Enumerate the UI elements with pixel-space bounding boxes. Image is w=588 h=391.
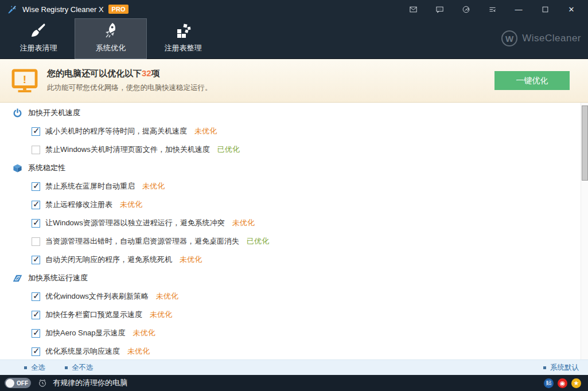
item-label: 自动关闭无响应的程序，避免系统死机 [45, 255, 172, 265]
item-status: 未优化 [180, 255, 202, 265]
optimization-list: 加快开关机速度减小关机时的程序等待时间，提高关机速度未优化禁止Windows关机… [0, 103, 588, 359]
section-header: 加快系统运行速度 [0, 269, 588, 287]
select-all-link[interactable]: 全选 [24, 363, 45, 373]
item-status: 未优化 [142, 181, 165, 191]
toggle-knob [6, 379, 14, 388]
item-status: 未优化 [120, 200, 142, 210]
item-checkbox[interactable] [32, 201, 40, 209]
item-checkbox[interactable] [32, 127, 40, 136]
item-checkbox[interactable] [32, 219, 40, 228]
banner-title-prefix: 您的电脑还可以优化以下 [47, 68, 142, 78]
section-title: 系统稳定性 [28, 163, 65, 173]
item-checkbox[interactable] [32, 182, 40, 191]
item-label: 优化系统显示响应速度 [45, 346, 120, 357]
bullet-icon [24, 366, 27, 369]
system-default-link[interactable]: 系统默认 [543, 363, 579, 373]
tab-defrag[interactable]: 注册表整理 [147, 18, 219, 59]
rocket-icon [102, 20, 120, 41]
select-none-link[interactable]: 全不选 [65, 363, 94, 373]
list-item: 让Windows资源管理器以独立进程运行，避免系统冲突未优化 [0, 214, 588, 232]
warning-monitor-icon: ! [11, 69, 38, 93]
banner-count: 32 [142, 68, 151, 78]
list-item: 禁止远程修改注册表未优化 [0, 196, 588, 214]
list-item: 加快Aero Snap显示速度未优化 [0, 324, 588, 342]
minimize-button[interactable]: — [510, 2, 527, 17]
tieba-icon[interactable]: 贴 [544, 378, 554, 388]
tab-label: 注册表整理 [165, 43, 202, 53]
list-item: 禁止Windows关机时清理页面文件，加快关机速度已优化 [0, 140, 588, 159]
list-item: 自动关闭无响应的程序，避免系统死机未优化 [0, 251, 588, 269]
nav-tabs: 注册表清理系统优化注册表整理 W WiseCleaner [0, 18, 588, 59]
one-click-optimize-button[interactable]: 一键优化 [494, 71, 570, 90]
item-checkbox[interactable] [32, 146, 40, 154]
list-item: 优化系统显示响应速度未优化 [0, 342, 588, 359]
list-item: 优化windows文件列表刷新策略未优化 [0, 287, 588, 306]
item-label: 禁止远程修改注册表 [45, 200, 112, 210]
app-title: Wise Registry Cleaner X [22, 5, 104, 14]
item-checkbox[interactable] [32, 311, 40, 319]
system-default-label: 系统默认 [550, 363, 579, 373]
item-checkbox[interactable] [32, 329, 40, 338]
action-bar: 全选 全不选 系统默认 [0, 359, 588, 375]
brush-icon [29, 20, 48, 41]
item-label: 加快Aero Snap显示速度 [45, 328, 125, 338]
close-button[interactable]: ✕ [563, 2, 580, 17]
banner-text: 您的电脑还可以优化以下32项 此功能可帮您优化网络，使您的电脑快速稳定运行。 [47, 68, 494, 93]
alarm-clock-icon [38, 378, 47, 388]
item-checkbox[interactable] [32, 237, 40, 246]
menu-icon[interactable] [484, 2, 501, 17]
banner-subtitle: 此功能可帮您优化网络，使您的电脑快速稳定运行。 [47, 83, 494, 93]
item-status: 未优化 [150, 310, 172, 320]
list-item: 禁止系统在蓝屏时自动重启未优化 [0, 177, 588, 196]
item-status: 已优化 [247, 236, 269, 247]
maximize-button[interactable] [536, 2, 554, 17]
item-label: 禁止系统在蓝屏时自动重启 [45, 181, 135, 191]
wisecleaner-logo-mark: W [501, 30, 517, 46]
item-label: 禁止Windows关机时清理页面文件，加快关机速度 [45, 144, 210, 155]
section-title: 加快开关机速度 [28, 108, 80, 118]
defrag-icon [174, 20, 192, 41]
item-label: 加快任务栏窗口预览显示速度 [45, 310, 142, 320]
svg-text:!: ! [23, 73, 26, 85]
mail-icon[interactable] [404, 2, 422, 17]
select-none-label: 全不选 [72, 363, 94, 373]
list-item: 减小关机时的程序等待时间，提高关机速度未优化 [0, 122, 588, 140]
bullet-icon [543, 366, 546, 369]
wisecleaner-logo: W WiseCleaner [501, 30, 581, 46]
schedule-toggle[interactable]: OFF [5, 378, 31, 388]
scrollbar-thumb[interactable] [582, 105, 588, 181]
select-all-label: 全选 [31, 363, 45, 373]
cube-icon [13, 163, 22, 173]
bullet-icon [65, 366, 68, 369]
section-title: 加快系统运行速度 [28, 273, 88, 283]
weibo-icon[interactable]: ◉ [558, 378, 567, 388]
list-item: 加快任务栏窗口预览显示速度未优化 [0, 306, 588, 324]
app-icon [7, 4, 17, 14]
item-label: 让Windows资源管理器以独立进程运行，避免系统冲突 [45, 218, 225, 228]
tab-rocket[interactable]: 系统优化 [75, 18, 147, 59]
section-header: 加快开关机速度 [0, 104, 588, 122]
item-status: 未优化 [133, 328, 155, 338]
qzone-icon[interactable]: ★ [571, 378, 581, 388]
pro-badge: PRO [108, 5, 129, 14]
status-bar: OFF 有规律的清理你的电脑 贴 ◉ ★ [0, 375, 588, 391]
scrollbar-track[interactable] [581, 103, 588, 359]
wisecleaner-logo-text: WiseCleaner [522, 33, 581, 44]
optimize-banner: ! 您的电脑还可以优化以下32项 此功能可帮您优化网络，使您的电脑快速稳定运行。… [0, 59, 588, 103]
item-checkbox[interactable] [32, 347, 40, 356]
section-header: 系统稳定性 [0, 159, 588, 177]
item-checkbox[interactable] [32, 292, 40, 301]
support-icon[interactable] [457, 2, 474, 17]
item-label: 当资源管理器出错时，自动重启资源管理器，避免桌面消失 [45, 236, 239, 247]
tab-brush[interactable]: 注册表清理 [2, 18, 75, 59]
banner-title: 您的电脑还可以优化以下32项 [47, 68, 494, 79]
item-checkbox[interactable] [32, 256, 40, 264]
power-icon [13, 108, 22, 118]
item-status: 未优化 [127, 346, 150, 357]
banner-title-suffix: 项 [151, 68, 160, 78]
feedback-icon[interactable] [431, 2, 448, 17]
item-status: 未优化 [156, 291, 178, 302]
toggle-label: OFF [17, 380, 28, 386]
status-message: 有规律的清理你的电脑 [53, 378, 127, 388]
item-status: 未优化 [232, 218, 255, 228]
